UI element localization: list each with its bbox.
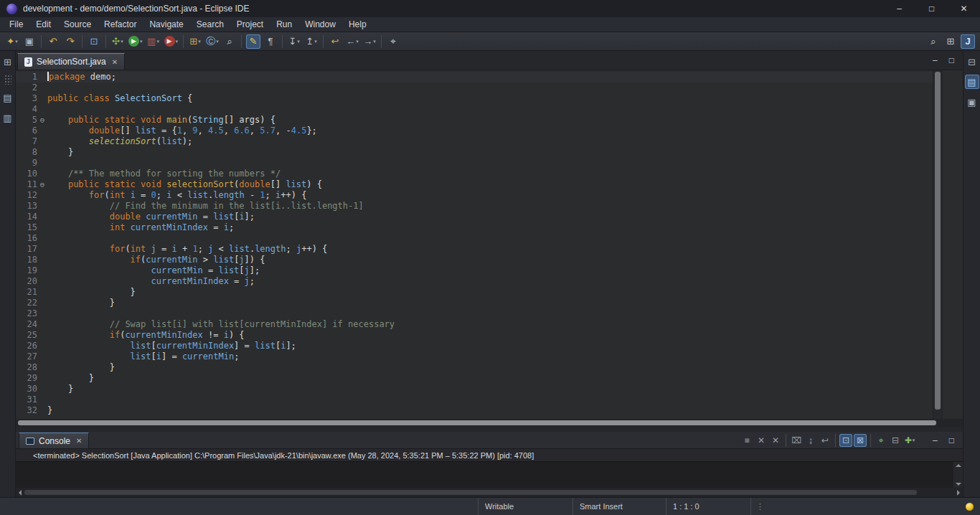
maximize-pane-icon[interactable]: □ bbox=[949, 55, 954, 65]
scroll-up-icon[interactable] bbox=[956, 464, 961, 467]
next-annotation-icon[interactable]: ↧▾ bbox=[287, 34, 301, 49]
console-text-area[interactable] bbox=[16, 462, 953, 488]
undo-icon[interactable]: ↶ bbox=[46, 34, 60, 49]
code-line[interactable]: 8 } bbox=[16, 147, 933, 158]
code-line[interactable]: 7 selectionSort(list); bbox=[16, 136, 933, 147]
code-line[interactable]: 13 // Find the minimum in the list[i..li… bbox=[16, 201, 933, 212]
fold-marker-icon[interactable]: ⊖ bbox=[37, 115, 47, 126]
code-line[interactable]: 19 currentMin = list[j]; bbox=[16, 265, 933, 276]
minimize-pane-icon[interactable]: – bbox=[933, 435, 938, 445]
code-line[interactable]: 32} bbox=[16, 405, 933, 416]
code-line[interactable]: 26 list[currentMinIndex] = list[i]; bbox=[16, 341, 933, 351]
minimize-pane-icon[interactable]: – bbox=[933, 55, 938, 65]
window-close-button[interactable]: ✕ bbox=[948, 0, 980, 17]
scrollbar-track[interactable] bbox=[24, 490, 954, 495]
code-line[interactable]: 2 bbox=[16, 82, 933, 93]
code-editor[interactable]: 1package demo;23public class SelectionSo… bbox=[16, 70, 933, 419]
redo-icon[interactable]: ↷ bbox=[63, 34, 77, 49]
open-perspective-icon[interactable]: ⊞ bbox=[943, 34, 958, 49]
menu-help[interactable]: Help bbox=[342, 18, 373, 31]
code-line[interactable]: 15 int currentMinIndex = i; bbox=[16, 222, 933, 233]
show-console-on-stdout-icon[interactable]: ⊡ bbox=[839, 434, 852, 447]
code-line[interactable]: 17 for(int j = i + 1; j < list.length; j… bbox=[16, 244, 933, 255]
open-console-icon[interactable]: ⊡ bbox=[87, 34, 101, 49]
menu-window[interactable]: Window bbox=[298, 18, 342, 31]
menu-navigate[interactable]: Navigate bbox=[143, 18, 189, 31]
show-console-on-stderr-icon[interactable]: ⊠ bbox=[854, 434, 867, 447]
console-output[interactable] bbox=[16, 462, 963, 488]
scroll-down-icon[interactable] bbox=[956, 483, 961, 486]
coverage-icon[interactable]: ▥▾ bbox=[146, 34, 161, 49]
dropdown-caret-icon[interactable]: ▾ bbox=[373, 39, 376, 44]
code-line[interactable]: 23 bbox=[16, 308, 933, 319]
menu-run[interactable]: Run bbox=[270, 18, 298, 31]
run-icon[interactable]: ▶▾ bbox=[128, 34, 143, 49]
dropdown-caret-icon[interactable]: ▾ bbox=[198, 39, 201, 44]
console-vertical-scrollbar[interactable] bbox=[953, 462, 963, 488]
restore-views-icon[interactable]: ⊞ bbox=[1, 55, 15, 69]
dropdown-caret-icon[interactable]: ▾ bbox=[140, 39, 143, 44]
tab-console[interactable]: Console ✕ bbox=[19, 433, 89, 448]
pin-editor-icon[interactable]: ⌖ bbox=[386, 34, 400, 49]
dropdown-caret-icon[interactable]: ▾ bbox=[314, 39, 317, 44]
editor-vertical-scrollbar[interactable] bbox=[933, 70, 942, 419]
code-line[interactable]: 29 } bbox=[16, 373, 933, 384]
dropdown-caret-icon[interactable]: ▾ bbox=[913, 438, 915, 443]
code-line[interactable]: 27 list[i] = currentMin; bbox=[16, 351, 933, 362]
last-edit-location-icon[interactable]: ↩ bbox=[328, 34, 342, 49]
forward-icon[interactable]: →▾ bbox=[362, 34, 377, 49]
open-console-icon[interactable]: ✚▾ bbox=[903, 434, 916, 447]
menu-refactor[interactable]: Refactor bbox=[98, 18, 143, 31]
dropdown-caret-icon[interactable]: ▾ bbox=[297, 39, 300, 44]
dropdown-caret-icon[interactable]: ▾ bbox=[15, 39, 18, 44]
templates-icon[interactable]: ▣ bbox=[965, 95, 979, 109]
remove-all-launches-icon[interactable]: ✕ bbox=[769, 434, 782, 447]
tab-close-icon[interactable]: ✕ bbox=[112, 58, 118, 66]
search-icon[interactable]: ⌕ bbox=[222, 34, 237, 49]
code-line[interactable]: 20 currentMinIndex = j; bbox=[16, 276, 933, 287]
scroll-left-icon[interactable] bbox=[19, 490, 22, 496]
code-line[interactable]: 10 /** The method for sorting the number… bbox=[16, 169, 933, 179]
terminate-icon[interactable]: ■ bbox=[740, 434, 753, 447]
back-icon[interactable]: ←▾ bbox=[345, 34, 359, 49]
editor-console-sash[interactable] bbox=[16, 427, 963, 432]
code-line[interactable]: 4 bbox=[16, 104, 933, 115]
pin-console-icon[interactable]: ⌖ bbox=[875, 434, 887, 447]
code-line[interactable]: 25 if(currentMinIndex != i) { bbox=[16, 330, 933, 341]
tab-close-icon[interactable]: ✕ bbox=[76, 437, 82, 445]
code-line[interactable]: 28 } bbox=[16, 362, 933, 373]
package-explorer-icon[interactable]: ▤ bbox=[1, 90, 15, 105]
maximize-pane-icon[interactable]: □ bbox=[949, 435, 954, 445]
insert-mode-status[interactable]: Smart Insert bbox=[573, 498, 666, 515]
code-line[interactable]: 14 double currentMin = list[i]; bbox=[16, 212, 933, 222]
dropdown-caret-icon[interactable]: ▾ bbox=[121, 39, 123, 44]
code-line[interactable]: 21 } bbox=[16, 287, 933, 298]
bookmarks-icon[interactable]: ▥ bbox=[1, 110, 15, 125]
code-line[interactable]: 11⊖ public static void selectionSort(dou… bbox=[16, 179, 933, 190]
word-wrap-icon[interactable]: ↩ bbox=[819, 434, 831, 447]
debug-icon[interactable]: ✣▾ bbox=[110, 34, 125, 49]
save-icon[interactable]: ▣ bbox=[22, 34, 37, 49]
new-wizard-icon[interactable]: ✦▾ bbox=[5, 34, 19, 49]
horizontal-scrollbar-thumb[interactable] bbox=[18, 420, 936, 425]
code-line[interactable]: 3public class SelectionSort { bbox=[16, 93, 933, 104]
code-line[interactable]: 31 bbox=[16, 394, 933, 405]
dropdown-caret-icon[interactable]: ▾ bbox=[356, 39, 359, 44]
code-line[interactable]: 24 // Swap list[i] with list[currentMinI… bbox=[16, 319, 933, 330]
previous-annotation-icon[interactable]: ↥▾ bbox=[304, 34, 319, 49]
menu-edit[interactable]: Edit bbox=[29, 18, 57, 31]
code-line[interactable]: 9 bbox=[16, 158, 933, 169]
code-line[interactable]: 22 } bbox=[16, 298, 933, 308]
vertical-scrollbar-thumb[interactable] bbox=[935, 72, 941, 410]
display-selected-console-icon[interactable]: ⊟ bbox=[889, 434, 902, 447]
console-horizontal-scrollbar[interactable] bbox=[16, 488, 963, 497]
code-line[interactable]: 6 double[] list = {1, 9, 4.5, 6.6, 5.7, … bbox=[16, 126, 933, 136]
code-line[interactable]: 16 bbox=[16, 233, 933, 244]
notification-bulb-icon[interactable] bbox=[966, 503, 974, 511]
show-whitespace-icon[interactable]: ¶ bbox=[263, 34, 278, 49]
statusbar-overflow-handle[interactable]: ⋮ bbox=[750, 498, 769, 515]
menu-file[interactable]: File bbox=[3, 18, 29, 31]
quick-search-icon[interactable]: ⌕ bbox=[926, 34, 941, 49]
clear-console-icon[interactable]: ⌧ bbox=[790, 434, 803, 447]
window-maximize-button[interactable]: □ bbox=[915, 0, 948, 17]
